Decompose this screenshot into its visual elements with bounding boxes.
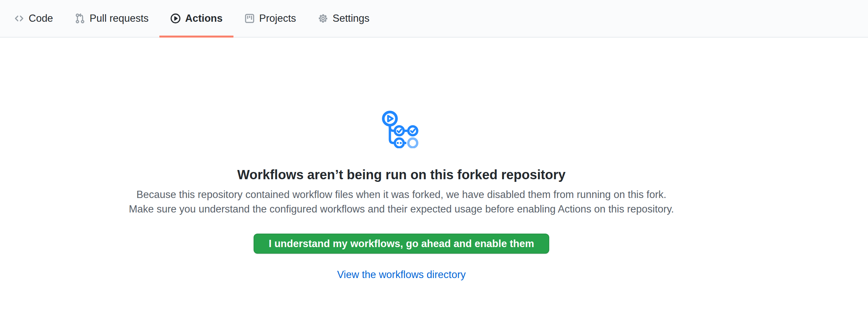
- tab-code-label: Code: [29, 12, 53, 24]
- repo-nav: Code Pull requests Actions: [0, 0, 868, 37]
- tab-settings-label: Settings: [333, 12, 369, 24]
- git-pull-request-icon: [75, 13, 85, 24]
- gear-icon: [318, 13, 328, 24]
- tab-actions[interactable]: Actions: [159, 0, 234, 37]
- code-icon: [14, 13, 24, 24]
- view-workflows-directory-link[interactable]: View the workflows directory: [337, 269, 466, 280]
- tab-actions-label: Actions: [185, 12, 223, 24]
- tab-pull-requests[interactable]: Pull requests: [64, 0, 159, 37]
- tab-projects-label: Projects: [259, 12, 296, 24]
- actions-empty-state: Workflows aren’t being run on this forke…: [0, 111, 803, 281]
- empty-state-description: Because this repository contained workfl…: [123, 187, 680, 216]
- tab-settings[interactable]: Settings: [307, 0, 380, 37]
- enable-workflows-button[interactable]: I understand my workflows, go ahead and …: [253, 234, 549, 254]
- empty-state-title: Workflows aren’t being run on this forke…: [0, 167, 803, 183]
- workflow-illustration: [0, 111, 803, 150]
- tab-code[interactable]: Code: [3, 0, 64, 37]
- tab-pull-requests-label: Pull requests: [90, 12, 149, 24]
- project-icon: [244, 13, 255, 24]
- workflow-icon: [381, 111, 422, 148]
- tab-projects[interactable]: Projects: [234, 0, 307, 37]
- play-icon: [170, 13, 181, 24]
